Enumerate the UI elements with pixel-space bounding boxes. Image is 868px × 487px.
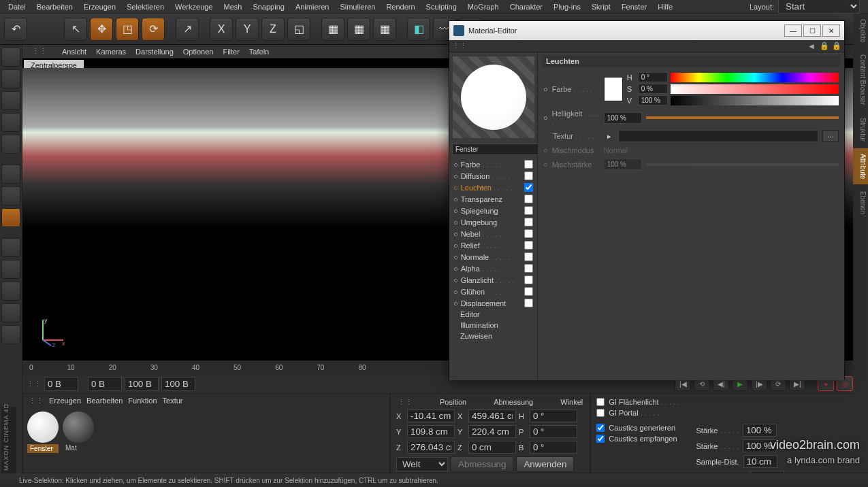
workplane-icon[interactable] xyxy=(1,135,20,154)
mischstaerke-field[interactable] xyxy=(604,158,642,170)
rotate-tool[interactable]: ⟳ xyxy=(142,18,165,41)
apply-button[interactable]: Anwenden xyxy=(516,456,574,472)
caustics-gen-checkbox[interactable] xyxy=(596,424,605,432)
window-titlebar[interactable]: Material-Editor — ☐ ✕ xyxy=(449,21,844,40)
channel-checkbox[interactable] xyxy=(524,264,533,273)
hue-field[interactable] xyxy=(638,72,668,82)
channel-label[interactable]: Nebel xyxy=(461,230,501,238)
viewport-dots-icon[interactable]: ⋮⋮ xyxy=(28,46,51,57)
space-select[interactable]: Welt xyxy=(396,457,448,471)
grip-icon[interactable]: ⋮⋮ xyxy=(452,41,467,50)
sat-slider[interactable] xyxy=(671,84,839,94)
object-mode-icon[interactable] xyxy=(1,69,20,88)
val-slider[interactable] xyxy=(671,96,839,105)
render-picture-viewer-button[interactable]: ▦ xyxy=(347,18,370,41)
point-mode-icon[interactable] xyxy=(1,165,20,184)
y-axis-toggle[interactable]: Y xyxy=(236,18,259,41)
menu-item[interactable]: Charakter xyxy=(504,1,548,12)
x-axis-toggle[interactable]: X xyxy=(210,18,233,41)
close-button[interactable]: ✕ xyxy=(822,24,840,37)
channel-checkbox[interactable] xyxy=(524,206,533,215)
range-end-field[interactable] xyxy=(125,377,159,391)
view-menu-item[interactable]: Darstellung xyxy=(131,46,178,57)
undo-button[interactable]: ↶ xyxy=(4,18,27,41)
menu-item[interactable]: MoGraph xyxy=(462,1,504,12)
menu-item[interactable]: Selektieren xyxy=(121,1,170,12)
sat-field[interactable] xyxy=(638,84,668,94)
maximize-button[interactable]: ☐ xyxy=(803,24,821,37)
edge-mode-icon[interactable] xyxy=(1,186,20,205)
texture-browse-button[interactable]: … xyxy=(822,130,839,142)
lock-icon[interactable]: 🔒 xyxy=(820,41,829,50)
layout-select[interactable]: Start xyxy=(778,0,860,14)
mat-menu-item[interactable]: Textur xyxy=(163,397,183,405)
menu-item[interactable]: Erzeugen xyxy=(78,1,121,12)
texture-arrow-icon[interactable]: ▸ xyxy=(605,132,614,141)
channel-sub-label[interactable]: Editor xyxy=(460,310,480,318)
mat-menu-item[interactable]: Bearbeiten xyxy=(86,397,123,405)
view-menu-item[interactable]: Kameras xyxy=(92,46,130,57)
menu-item[interactable]: Hilfe xyxy=(652,1,678,12)
frame-end-field[interactable] xyxy=(161,377,195,391)
material-preview[interactable] xyxy=(453,56,534,138)
helligkeit-field[interactable] xyxy=(604,112,642,124)
val-field[interactable] xyxy=(638,95,668,105)
channel-label[interactable]: Farbe xyxy=(461,161,501,169)
channel-label[interactable]: Transparenz xyxy=(461,195,502,203)
pos-y-field[interactable] xyxy=(407,425,455,438)
channel-label[interactable]: Spiegelung xyxy=(461,207,498,215)
ang-b-field[interactable] xyxy=(530,441,577,454)
channel-checkbox[interactable] xyxy=(524,160,533,169)
channel-checkbox[interactable] xyxy=(524,183,533,192)
tab-objects[interactable]: Objekte xyxy=(853,14,868,48)
scale-tool[interactable]: ◳ xyxy=(116,18,139,41)
tab-content-browser[interactable]: Content Browser xyxy=(853,49,868,110)
z-axis-toggle[interactable]: Z xyxy=(261,18,285,41)
dim-x-field[interactable] xyxy=(468,409,516,422)
menu-item[interactable]: Werkzeuge xyxy=(170,1,218,12)
menu-item[interactable]: Sculpting xyxy=(421,1,462,12)
polygon-mode-icon[interactable] xyxy=(1,208,20,227)
menu-item[interactable]: Animieren xyxy=(290,1,335,12)
view-menu-item[interactable]: Ansicht xyxy=(58,46,91,57)
menu-item[interactable]: Datei xyxy=(3,1,31,12)
menu-item[interactable]: Bearbeiten xyxy=(31,1,78,12)
material-swatch[interactable]: Mat xyxy=(63,412,94,453)
render-view-button[interactable]: ▦ xyxy=(321,18,344,41)
channel-checkbox[interactable] xyxy=(524,229,533,238)
caustics-recv-checkbox[interactable] xyxy=(596,435,605,443)
dim-z-field[interactable] xyxy=(468,441,516,454)
channel-label[interactable]: Diffusion xyxy=(461,172,511,180)
pos-z-field[interactable] xyxy=(407,441,455,454)
mat-menu-item[interactable]: Erzeugen xyxy=(49,397,81,405)
channel-label[interactable]: Alpha xyxy=(461,265,501,273)
view-menu-item[interactable]: Tafeln xyxy=(245,46,273,57)
move-tool[interactable]: ✥ xyxy=(90,18,113,41)
gi-area-checkbox[interactable] xyxy=(596,398,605,406)
channel-checkbox[interactable] xyxy=(524,241,533,250)
tab-structure[interactable]: Struktur xyxy=(853,112,868,147)
channel-checkbox[interactable] xyxy=(524,252,533,261)
material-name-field[interactable] xyxy=(452,144,545,155)
coord-system-button[interactable]: ◱ xyxy=(287,18,310,41)
channel-checkbox[interactable] xyxy=(524,275,533,284)
channel-label[interactable]: Glanzlicht xyxy=(461,276,515,284)
hue-slider[interactable] xyxy=(671,73,839,82)
channel-label[interactable]: Leuchten xyxy=(461,184,513,192)
menu-item[interactable]: Rendern xyxy=(381,1,420,12)
helligkeit-slider[interactable] xyxy=(646,116,839,119)
view-menu-item[interactable]: Filter xyxy=(219,46,243,57)
dim-y-field[interactable] xyxy=(468,425,516,438)
channel-checkbox[interactable] xyxy=(524,287,533,296)
lock-icon[interactable]: 🔒 xyxy=(832,41,841,50)
texture-mode-icon[interactable] xyxy=(1,91,20,110)
gi-portal-checkbox[interactable] xyxy=(596,409,605,417)
quantize-icon[interactable] xyxy=(1,282,20,301)
menu-item[interactable]: Plug-ins xyxy=(548,1,586,12)
menu-item[interactable]: Mesh xyxy=(218,1,247,12)
channel-sub-label[interactable]: Zuweisen xyxy=(460,332,492,340)
view-menu-item[interactable]: Optionen xyxy=(179,46,218,57)
material-swatch[interactable]: Fenster xyxy=(27,412,59,453)
color-swatch[interactable] xyxy=(604,77,623,101)
render-settings-button[interactable]: ▦ xyxy=(373,18,396,41)
